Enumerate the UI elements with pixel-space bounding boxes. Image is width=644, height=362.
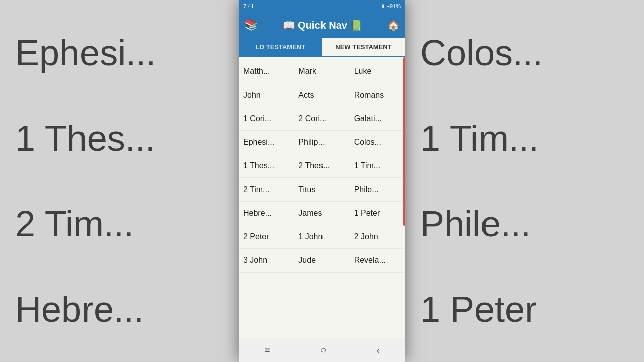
status-bar: 7:41 ⬆ +91% (239, 0, 405, 12)
book-row-7: Hebre... James 1 Peter (239, 202, 405, 225)
book-matthew[interactable]: Matth... (239, 60, 294, 83)
book-john[interactable]: John (239, 83, 294, 107)
book-row-4: Ephesi... Philip... Colos... (239, 131, 405, 154)
book-1thessalonians[interactable]: 1 Thes... (239, 154, 294, 177)
bottom-nav: ≡ ○ ‹ (239, 338, 405, 362)
book-row-1: Matth... Mark Luke (239, 60, 405, 83)
bg-text-6: 1 Tim... (420, 117, 629, 160)
bookmark-icon[interactable]: 📚 (244, 19, 258, 32)
battery-icon: ⬆ (381, 3, 385, 10)
book-row-6: 2 Tim... Titus Phile... (239, 178, 405, 202)
bg-text-4: Hebre... (15, 288, 224, 331)
scroll-indicator (403, 57, 405, 226)
book-2timothy[interactable]: 2 Tim... (239, 178, 294, 201)
menu-button[interactable]: ≡ (264, 344, 270, 356)
book-titus[interactable]: Titus (294, 178, 350, 201)
book-galatians[interactable]: Galati... (350, 107, 405, 130)
book-1corinthians[interactable]: 1 Cori... (239, 107, 294, 130)
book-icon: 📖 (283, 19, 295, 31)
book-2thessalonians[interactable]: 2 Thes... (294, 154, 350, 177)
book-mark[interactable]: Mark (294, 60, 350, 83)
book-luke[interactable]: Luke (350, 60, 405, 83)
bg-text-1: Ephesi... (15, 31, 224, 74)
book-1timothy[interactable]: 1 Tim... (350, 154, 405, 177)
book-2corinthians[interactable]: 2 Cori... (294, 107, 350, 130)
bg-text-7: Phile... (420, 202, 629, 245)
book-2peter[interactable]: 2 Peter (239, 225, 294, 248)
book-ephesians[interactable]: Ephesi... (239, 131, 294, 154)
tab-old-testament[interactable]: LD TESTAMENT (239, 38, 322, 57)
book-romans[interactable]: Romans (350, 83, 405, 107)
bg-text-3: 2 Tim... (15, 202, 224, 245)
book-row-8: 2 Peter 1 John 2 John (239, 225, 405, 249)
tab-new-testament[interactable]: NEW TESTAMENT (322, 38, 405, 57)
book-revelation[interactable]: Revela... (350, 249, 405, 272)
book-acts[interactable]: Acts (294, 83, 350, 107)
book-hebrews[interactable]: Hebre... (239, 202, 294, 225)
home-button[interactable]: ○ (320, 344, 326, 356)
book-colossians[interactable]: Colos... (350, 131, 405, 154)
book-3john[interactable]: 3 John (239, 249, 294, 272)
bg-text-8: 1 Peter (420, 288, 629, 331)
status-time: 7:41 (243, 3, 254, 9)
book-row-3: 1 Cori... 2 Cori... Galati... (239, 107, 405, 131)
book-1peter[interactable]: 1 Peter (350, 202, 405, 225)
phone-container: 7:41 ⬆ +91% 📚 📖 Quick Nav 📗 🏠 LD TESTAME… (239, 0, 405, 362)
book-1john[interactable]: 1 John (294, 225, 350, 248)
home-icon[interactable]: 🏠 (387, 19, 400, 31)
book-row-9: 3 John Jude Revela... (239, 249, 405, 273)
bg-text-5: Colos... (420, 31, 629, 74)
book-2john[interactable]: 2 John (350, 225, 405, 248)
book-philemon[interactable]: Phile... (350, 178, 405, 201)
back-button[interactable]: ‹ (376, 344, 380, 356)
tabs-container: LD TESTAMENT NEW TESTAMENT (239, 38, 405, 57)
book-row-2: John Acts Romans (239, 83, 405, 107)
background-left: Ephesi... 1 Thes... 2 Tim... Hebre... (0, 0, 239, 362)
background-right: Colos... 1 Tim... Phile... 1 Peter (405, 0, 644, 362)
app-header: 📚 📖 Quick Nav 📗 🏠 (239, 12, 405, 38)
book-james[interactable]: James (294, 202, 350, 225)
book-row-5: 1 Thes... 2 Thes... 1 Tim... (239, 154, 405, 178)
book-grid: Matth... Mark Luke John Acts Romans 1 Co… (239, 57, 405, 338)
header-title: 📖 Quick Nav 📗 (283, 19, 362, 31)
book2-icon: 📗 (350, 19, 362, 31)
book-philippians[interactable]: Philip... (294, 131, 350, 154)
bg-text-2: 1 Thes... (15, 117, 224, 160)
status-battery: ⬆ +91% (381, 3, 401, 10)
book-jude[interactable]: Jude (294, 249, 350, 272)
